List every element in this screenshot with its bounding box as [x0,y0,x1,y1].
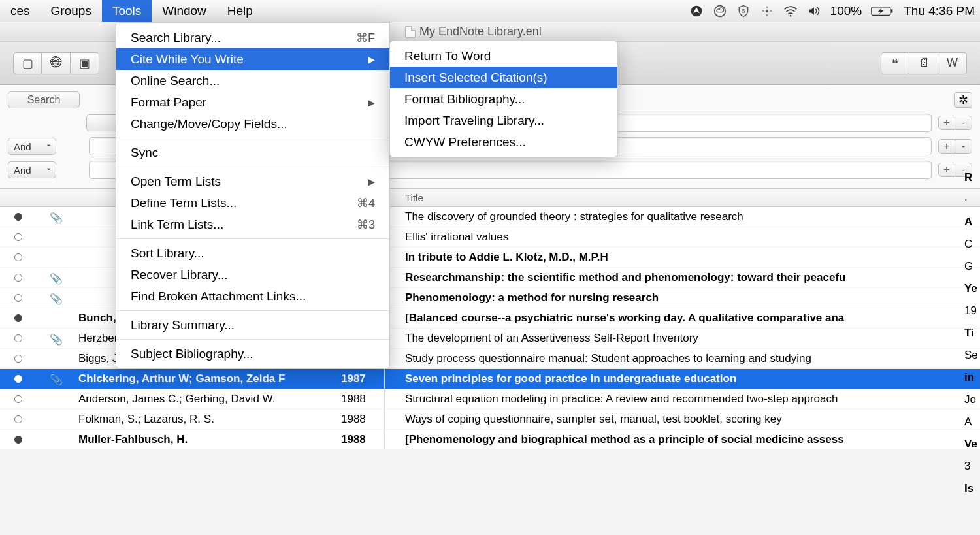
volume-icon[interactable] [807,4,821,18]
field-select-0[interactable] [86,114,119,131]
read-dot-icon [14,334,22,342]
menu-item[interactable]: Sync [116,142,389,163]
title-cell: Ellis' irrational values [397,231,980,244]
menu-item[interactable]: Search Library...⌘F [116,27,389,48]
globe-icon: 🌐︎ [50,56,62,70]
read-status-cell[interactable] [0,395,37,403]
year-cell: 1988 [341,413,384,426]
submenu-item[interactable]: Import Traveling Library... [390,110,617,131]
preview-fragment: 19 [964,304,977,317]
menubar-item-tools[interactable]: Tools [102,0,152,22]
year-cell: 1987 [341,372,384,385]
read-status-cell[interactable] [0,375,37,383]
svg-point-4 [789,14,791,16]
read-dot-icon [14,415,22,423]
add-row-2[interactable]: + [938,163,955,177]
integrated-icon: ▣ [79,56,90,71]
svg-rect-6 [891,9,893,12]
menubar-item-window[interactable]: Window [152,0,217,22]
read-status-cell[interactable] [0,436,37,444]
submenu-item[interactable]: CWYW Preferences... [390,131,617,153]
menu-separator [116,310,389,311]
read-dot-icon [14,314,22,322]
menu-item-label: Link Term Lists... [131,218,223,232]
menu-item[interactable]: Cite While You Write▶ [116,48,389,70]
table-row[interactable]: Anderson, James C.; Gerbing, David W.198… [0,389,980,410]
author-cell: Folkman, S.; Lazarus, R. S. [73,413,341,426]
battery-percent: 100% [830,4,862,18]
read-status-cell[interactable] [0,213,37,221]
attachment-cell[interactable]: 📎 [37,333,73,344]
menu-item[interactable]: Subject Bibliography... [116,343,389,365]
search-options-button[interactable]: ✲ [954,92,972,108]
remove-row-0[interactable]: - [955,116,972,130]
menu-item[interactable]: Open Term Lists▶ [116,170,389,192]
online-library-button[interactable]: 🌐︎ [42,52,71,74]
paperclip-icon: 📎 [50,293,60,303]
read-status-cell[interactable] [0,355,37,363]
preview-fragment: R [964,171,977,184]
submenu-item[interactable]: Return To Word [390,45,617,67]
title-cell: Structural equation modeling in practice… [397,393,980,406]
menu-item-label: Subject Bibliography... [131,347,253,361]
clock[interactable]: Thu 4:36 PM [904,4,975,18]
read-status-cell[interactable] [0,415,37,423]
submenu-arrow-icon: ▶ [368,54,375,65]
logic-select-2[interactable]: And [8,161,56,178]
menu-item[interactable]: Format Paper▶ [116,91,389,113]
menubar-item-groups[interactable]: Groups [41,0,102,22]
attachment-cell[interactable]: 📎 [37,272,73,283]
format-icon: 📄︎ [918,56,930,70]
menubar-item-ces[interactable]: ces [0,0,41,22]
table-row[interactable]: 📎Chickering, Arthur W; Gamson, Zelda F19… [0,369,980,389]
insert-citation-button[interactable]: ❝ [881,52,909,74]
read-dot-icon [14,436,22,444]
submenu-item[interactable]: Format Bibliography... [390,88,617,110]
add-row-1[interactable]: + [938,139,955,154]
paperclip-icon: 📎 [50,272,60,283]
menu-item[interactable]: Find Broken Attachment Links... [116,285,389,307]
read-status-cell[interactable] [0,274,37,282]
remove-row-1[interactable]: - [955,139,972,154]
year-cell: 1988 [341,393,384,406]
preview-fragment: A [964,216,977,229]
menu-item[interactable]: Online Search... [116,70,389,91]
read-status-cell[interactable] [0,233,37,241]
read-status-cell[interactable] [0,334,37,342]
menu-item[interactable]: Library Summary... [116,314,389,336]
read-status-cell[interactable] [0,294,37,302]
attachment-cell[interactable]: 📎 [37,212,73,222]
menubar-item-help[interactable]: Help [217,0,263,22]
format-button[interactable]: 📄︎ [909,52,938,74]
battery-icon [871,4,894,18]
menu-item-label: Online Search... [131,74,220,88]
menu-separator [116,238,389,239]
menu-item[interactable]: Change/Move/Copy Fields... [116,113,389,135]
integrated-library-button[interactable]: ▣ [71,52,99,74]
add-row-0[interactable]: + [938,116,955,130]
preview-fragment: Se [964,349,977,362]
table-row[interactable]: Muller-Fahlbusch, H.1988[Phenomenology a… [0,430,980,450]
menu-item[interactable]: Sort Library... [116,242,389,264]
col-title[interactable]: Title [397,192,980,203]
menu-item[interactable]: Link Term Lists...⌘3 [116,214,389,235]
local-library-button[interactable]: ▢ [13,52,42,74]
menu-item[interactable]: Recover Library... [116,264,389,285]
table-row[interactable]: Folkman, S.; Lazarus, R. S.1988Ways of c… [0,410,980,430]
logic-select-1[interactable]: And [8,138,56,155]
cell-separator [384,410,397,429]
menu-item-label: Cite While You Write [131,52,244,67]
read-status-cell[interactable] [0,314,37,322]
wifi-icon[interactable] [783,4,798,18]
title-cell: [Phenomenology and biographical method a… [397,433,980,446]
attachment-cell[interactable]: 📎 [37,293,73,303]
menu-item[interactable]: Define Term Lists...⌘4 [116,192,389,214]
menubar-right: 5 100% Thu 4:36 PM [689,4,975,18]
submenu-item[interactable]: Insert Selected Citation(s) [390,67,617,88]
search-button[interactable]: Search [8,91,80,108]
attachment-cell[interactable]: 📎 [37,374,73,384]
document-icon [405,26,416,38]
preview-fragment: C [964,238,977,251]
word-button[interactable]: W [938,52,967,74]
read-status-cell[interactable] [0,253,37,261]
